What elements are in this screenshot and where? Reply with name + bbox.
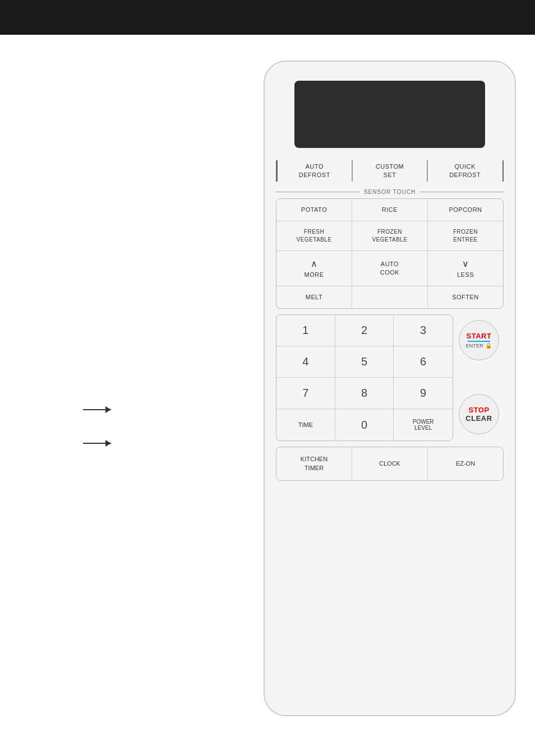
frozen-vegetable-button[interactable]: FROZEN VEGETABLE bbox=[352, 221, 427, 251]
num-7-button[interactable]: 7 bbox=[276, 378, 335, 409]
start-label: START bbox=[467, 332, 492, 340]
stop-btn-wrap: STOP CLEAR bbox=[459, 394, 504, 434]
rice-button[interactable]: RICE bbox=[352, 199, 427, 221]
side-buttons: START ENTER 🔒 STOP CLEAR bbox=[453, 314, 504, 441]
display-screen bbox=[294, 81, 485, 148]
power-level-button[interactable]: POWER LEVEL bbox=[394, 409, 453, 440]
sensor-touch-row: SENSOR TOUCH bbox=[276, 189, 504, 195]
enter-text: ENTER bbox=[465, 343, 483, 349]
bottom-section: KITCHEN TIMER CLOCK EZ-ON bbox=[276, 447, 504, 481]
kitchen-timer-button[interactable]: KITCHEN TIMER bbox=[276, 447, 352, 480]
less-label: LESS bbox=[457, 271, 474, 278]
num-6-button[interactable]: 6 bbox=[394, 346, 453, 378]
arrow-shape-lower bbox=[83, 443, 111, 444]
sensor-row-4: MELT SOFTEN bbox=[276, 286, 503, 308]
more-chevron-icon bbox=[280, 258, 348, 270]
potato-button[interactable]: POTATO bbox=[276, 199, 352, 221]
sensor-line-right bbox=[420, 192, 504, 192]
more-label: MORE bbox=[305, 271, 324, 278]
num-4-button[interactable]: 4 bbox=[276, 346, 335, 378]
num-2-button[interactable]: 2 bbox=[335, 315, 394, 346]
start-button[interactable]: START ENTER 🔒 bbox=[459, 320, 499, 360]
lock-icon: 🔒 bbox=[485, 342, 492, 349]
num-1-button[interactable]: 1 bbox=[276, 315, 335, 346]
arrow-shape-upper bbox=[83, 409, 111, 410]
sensor-row-3: MORE AUTO COOK LESS bbox=[276, 251, 503, 286]
clock-button[interactable]: CLOCK bbox=[352, 447, 427, 480]
time-button[interactable]: TIME bbox=[276, 409, 335, 440]
sensor-section: POTATO RICE POPCORN FRESH VEGETABLE FROZ… bbox=[276, 198, 504, 309]
soften-button[interactable]: SOFTEN bbox=[427, 286, 503, 308]
more-button[interactable]: MORE bbox=[276, 251, 352, 286]
num-8-button[interactable]: 8 bbox=[335, 378, 394, 409]
auto-defrost-button[interactable]: AUTO DEFROST bbox=[278, 158, 352, 184]
header-bar bbox=[0, 0, 535, 35]
clear-label: CLEAR bbox=[465, 414, 492, 423]
sensor-row-1: POTATO RICE POPCORN bbox=[276, 199, 503, 221]
sensor-line-left bbox=[276, 192, 359, 192]
arrow-upper bbox=[83, 409, 111, 410]
enter-label: ENTER 🔒 bbox=[465, 342, 492, 349]
stop-label: STOP bbox=[468, 406, 489, 414]
empty-center-button bbox=[352, 286, 427, 308]
numpad-area: 1 2 3 4 5 6 7 8 9 TIME 0 POWER LEVEL STA… bbox=[276, 314, 504, 441]
num-5-button[interactable]: 5 bbox=[335, 346, 394, 378]
melt-button[interactable]: MELT bbox=[276, 286, 352, 308]
frozen-entree-button[interactable]: FROZEN ENTREE bbox=[427, 221, 503, 251]
start-btn-wrap: START ENTER 🔒 bbox=[459, 320, 504, 360]
sensor-touch-label: SENSOR TOUCH bbox=[359, 189, 420, 195]
less-button[interactable]: LESS bbox=[427, 251, 503, 286]
sensor-row-2: FRESH VEGETABLE FROZEN VEGETABLE FROZEN … bbox=[276, 221, 503, 251]
num-0-button[interactable]: 0 bbox=[335, 409, 394, 440]
auto-cook-button[interactable]: AUTO COOK bbox=[352, 251, 427, 286]
arrow-lower bbox=[83, 443, 111, 444]
numpad-grid: 1 2 3 4 5 6 7 8 9 TIME 0 POWER LEVEL bbox=[276, 314, 453, 441]
ez-on-button[interactable]: EZ-ON bbox=[427, 447, 503, 480]
quick-defrost-button[interactable]: QUICK DEFROST bbox=[428, 158, 502, 184]
num-3-button[interactable]: 3 bbox=[394, 315, 453, 346]
fresh-vegetable-button[interactable]: FRESH VEGETABLE bbox=[276, 221, 352, 251]
custom-set-button[interactable]: CUSTOM SET bbox=[353, 158, 427, 184]
microwave-panel: AUTO DEFROST CUSTOM SET QUICK DEFROST SE… bbox=[264, 61, 516, 716]
stop-clear-button[interactable]: STOP CLEAR bbox=[459, 394, 499, 434]
less-chevron-icon bbox=[431, 258, 500, 270]
right-divider bbox=[502, 160, 504, 182]
top-function-row: AUTO DEFROST CUSTOM SET QUICK DEFROST bbox=[276, 158, 504, 184]
popcorn-button[interactable]: POPCORN bbox=[427, 199, 503, 221]
num-9-button[interactable]: 9 bbox=[394, 378, 453, 409]
